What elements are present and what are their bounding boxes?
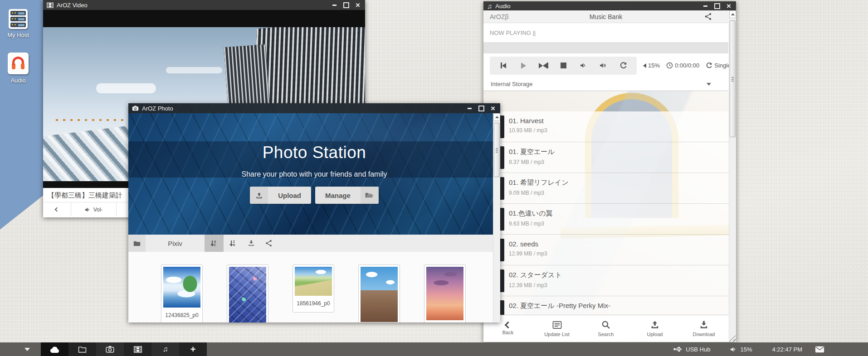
usb-icon [673, 346, 683, 353]
stop-button[interactable] [553, 57, 573, 75]
track-row[interactable]: 01. 希望リフレイン 9.09 MB / mp3 [483, 173, 729, 204]
scroll-up-button[interactable] [493, 113, 500, 121]
minimize-button[interactable] [331, 2, 338, 8]
upload-button[interactable]: Upload [630, 315, 679, 342]
close-button[interactable]: ✕ [354, 2, 361, 8]
photo-window: Photo Station Share your photo with your… [128, 103, 500, 322]
share-button[interactable] [649, 13, 722, 20]
video-back-button[interactable] [43, 202, 71, 216]
desktop-icon-audio[interactable]: Audio [0, 53, 36, 84]
usb-tray-item[interactable]: USB Hub [673, 346, 710, 353]
audio-scrollbar[interactable] [729, 10, 736, 342]
video-window-titlebar[interactable]: ArOZ Video ✕ [43, 0, 365, 10]
maximize-button[interactable] [478, 105, 485, 111]
scrollbar-thumb[interactable] [730, 20, 736, 137]
taskbar-apps: ♫ + [41, 342, 207, 356]
close-button[interactable]: ✕ [725, 3, 732, 9]
next-button[interactable] [533, 57, 553, 75]
playback-button-group [490, 57, 637, 75]
taskbar-app-video[interactable] [124, 342, 151, 356]
sort-asc-icon: AZ [212, 240, 216, 246]
folder-up-button[interactable] [128, 235, 146, 252]
previous-button[interactable] [493, 57, 513, 75]
upload-icon [650, 320, 659, 329]
taskbar-app-music[interactable]: ♫ [151, 342, 179, 356]
music-note-icon: ♫ [487, 2, 492, 10]
folder-icon [78, 346, 87, 353]
track-meta: 9.09 MB / mp3 [509, 190, 724, 196]
photo-card[interactable]: 12436825_p0 [161, 265, 203, 322]
scroll-up-button[interactable] [729, 10, 736, 18]
volume-down-icon [580, 63, 587, 68]
minimize-button[interactable] [702, 3, 709, 9]
photo-window-title: ArOZ Photo [142, 105, 173, 112]
cloud-icon [49, 346, 60, 353]
repeat-button[interactable] [613, 57, 633, 75]
search-button[interactable]: Search [581, 315, 630, 342]
manage-label: Manage [315, 187, 361, 204]
taskbar-app-files[interactable] [68, 342, 96, 356]
video-window-title: ArOZ Video [57, 2, 88, 9]
update-list-button[interactable]: Update List [532, 315, 581, 342]
track-row[interactable]: 01.色違いの翼 9.63 MB / mp3 [483, 204, 729, 235]
close-button[interactable]: ✕ [489, 105, 497, 111]
back-icon [504, 321, 512, 328]
download-button[interactable]: Download [679, 315, 728, 342]
photo-window-titlebar[interactable]: ArOZ Photo ✕ [128, 103, 500, 113]
upload-button[interactable]: Upload [250, 187, 311, 204]
maximize-button[interactable] [713, 3, 721, 9]
audio-window-titlebar[interactable]: ♫ Audio ✕ [483, 1, 736, 10]
clock[interactable]: 4:22:47 PM [772, 346, 803, 353]
audio-window-title: Audio [495, 3, 510, 10]
track-row[interactable]: 01. 夏空エール 9.37 MB / mp3 [483, 142, 729, 173]
photo-card[interactable] [424, 265, 466, 322]
upload-label: Upload [647, 332, 663, 337]
desktop: My Host Audio ArOZ Video ✕ [0, 0, 868, 356]
track-title: 02. seeds [509, 240, 724, 248]
play-icon [521, 63, 526, 69]
server-icon [9, 9, 28, 29]
sort-ascending-button[interactable]: AZ [205, 235, 224, 252]
track-row[interactable]: 02. seeds 12.99 MB / mp3 [483, 235, 729, 265]
messages-tray-item[interactable] [815, 346, 824, 353]
taskbar-collapse-button[interactable] [21, 342, 34, 356]
taskbar-add-button[interactable]: + [179, 342, 207, 356]
photo-card[interactable] [227, 265, 268, 322]
volume-down-label: Vol- [93, 207, 103, 213]
download-button[interactable] [243, 235, 260, 252]
volume-down-button[interactable]: Vol- [71, 202, 117, 216]
track-list: 01. Harvest 10.93 MB / mp3 01. 夏空エール 9.3… [483, 91, 736, 315]
list-icon [552, 321, 562, 329]
scrollbar-thumb[interactable] [494, 123, 500, 177]
play-mode[interactable]: Single [706, 62, 731, 69]
minimize-button[interactable] [466, 105, 473, 111]
track-row[interactable]: 01. Harvest 10.93 MB / mp3 [483, 111, 729, 142]
photo-card[interactable]: 18561946_p0 [293, 265, 334, 313]
sort-descending-button[interactable]: ZA [224, 235, 243, 252]
volume-down-button[interactable] [573, 57, 593, 75]
volume-label: 15% [740, 346, 752, 353]
desktop-icon-my-host[interactable]: My Host [0, 9, 36, 38]
maximize-button[interactable] [342, 2, 350, 8]
track-row[interactable]: 02. スターダスト 12.39 MB / mp3 [483, 265, 729, 296]
play-button[interactable] [513, 57, 533, 75]
player-controls: 15% 0:00/0:00 Single [483, 53, 728, 77]
volume-tray-item[interactable]: 15% [730, 346, 752, 353]
photo-scrollbar[interactable] [493, 113, 500, 322]
photo-thumbnail [229, 267, 266, 322]
back-label: Back [502, 330, 513, 335]
next-icon [539, 63, 548, 68]
time-value: 0:00/0:00 [675, 62, 699, 69]
storage-label: Internal Storage [491, 81, 533, 87]
taskbar-app-photo[interactable] [96, 342, 124, 356]
taskbar-app-cloud[interactable] [41, 342, 68, 356]
manage-button[interactable]: Manage [315, 187, 379, 204]
hero-title: Photo Station [128, 143, 500, 162]
share-button[interactable] [260, 235, 277, 252]
clock-icon [666, 62, 673, 69]
volume-up-button[interactable] [593, 57, 613, 75]
storage-dropdown[interactable]: Internal Storage [483, 77, 728, 91]
photo-card[interactable] [358, 265, 400, 322]
track-row[interactable]: 02. 夏空エール -Pretty Perky Mix- [483, 296, 729, 315]
previous-icon [501, 63, 506, 68]
